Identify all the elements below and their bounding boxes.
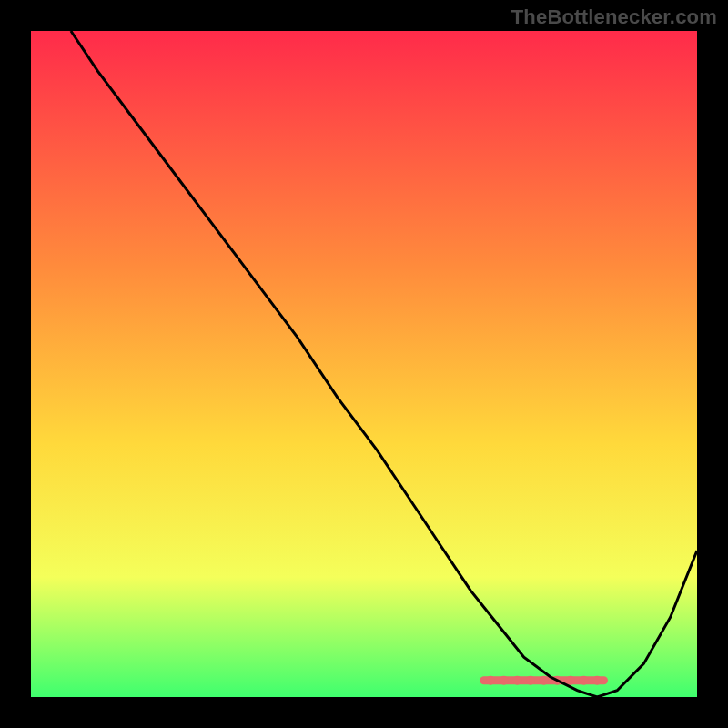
plot-background	[31, 31, 697, 697]
highlight-dot	[500, 676, 509, 685]
highlight-dot	[526, 676, 535, 685]
bottleneck-chart	[0, 0, 728, 728]
highlight-dot	[566, 676, 575, 685]
chart-container: TheBottlenecker.com	[0, 0, 728, 728]
highlight-dot	[580, 676, 589, 685]
highlight-dot	[592, 676, 602, 685]
highlight-dot	[540, 676, 549, 685]
highlight-dots	[486, 676, 602, 685]
highlight-dot	[512, 676, 521, 685]
highlight-dot	[486, 676, 495, 685]
watermark-text: TheBottlenecker.com	[511, 5, 717, 29]
